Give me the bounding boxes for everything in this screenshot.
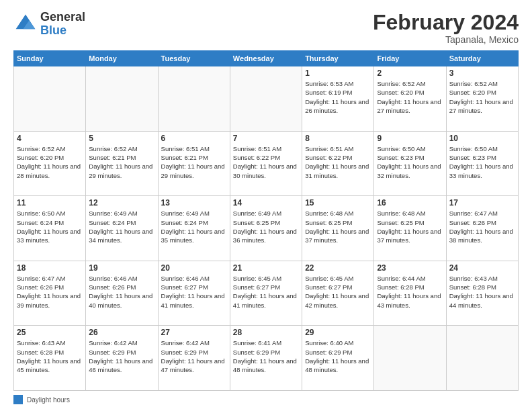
calendar-cell: 20Sunrise: 6:46 AM Sunset: 6:27 PM Dayli… [158, 261, 230, 326]
day-info: Sunrise: 6:45 AM Sunset: 6:27 PM Dayligh… [305, 274, 371, 310]
logo-blue: Blue [40, 24, 85, 38]
day-info: Sunrise: 6:49 AM Sunset: 6:24 PM Dayligh… [89, 209, 154, 244]
header: General Blue February 2024 Tapanala, Mex… [13, 11, 519, 45]
day-number: 14 [233, 198, 299, 208]
logo-general: General [40, 11, 85, 24]
calendar-cell: 1Sunrise: 6:53 AM Sunset: 6:19 PM Daylig… [302, 66, 374, 132]
calendar-cell: 25Sunrise: 6:43 AM Sunset: 6:28 PM Dayli… [14, 326, 86, 391]
day-number: 8 [305, 134, 371, 143]
day-number: 15 [305, 198, 371, 208]
day-number: 2 [377, 68, 443, 78]
day-number: 17 [449, 198, 515, 208]
day-info: Sunrise: 6:52 AM Sunset: 6:20 PM Dayligh… [377, 79, 443, 115]
calendar-cell: 16Sunrise: 6:48 AM Sunset: 6:25 PM Dayli… [374, 196, 446, 261]
day-info: Sunrise: 6:48 AM Sunset: 6:25 PM Dayligh… [305, 209, 371, 244]
calendar-cell: 5Sunrise: 6:52 AM Sunset: 6:21 PM Daylig… [86, 131, 158, 196]
legend-box [13, 395, 23, 404]
footer: Daylight hours [13, 395, 519, 404]
day-number: 3 [449, 68, 515, 78]
day-number: 28 [233, 328, 299, 337]
calendar-table: SundayMondayTuesdayWednesdayThursdayFrid… [13, 50, 519, 391]
day-info: Sunrise: 6:51 AM Sunset: 6:22 PM Dayligh… [233, 144, 299, 180]
calendar-cell: 15Sunrise: 6:48 AM Sunset: 6:25 PM Dayli… [302, 196, 374, 261]
calendar-cell: 22Sunrise: 6:45 AM Sunset: 6:27 PM Dayli… [302, 261, 374, 326]
calendar-header-sunday: Sunday [14, 51, 86, 66]
calendar-cell: 12Sunrise: 6:49 AM Sunset: 6:24 PM Dayli… [86, 196, 158, 261]
day-number: 12 [89, 198, 154, 208]
calendar-header-row: SundayMondayTuesdayWednesdayThursdayFrid… [14, 51, 519, 66]
day-number: 22 [305, 263, 371, 273]
day-number: 26 [89, 328, 154, 337]
legend-label: Daylight hours [27, 396, 70, 404]
day-number: 24 [449, 263, 515, 273]
calendar-week-3: 18Sunrise: 6:47 AM Sunset: 6:26 PM Dayli… [14, 261, 519, 326]
day-info: Sunrise: 6:41 AM Sunset: 6:29 PM Dayligh… [233, 338, 299, 374]
calendar-cell: 4Sunrise: 6:52 AM Sunset: 6:20 PM Daylig… [14, 131, 86, 196]
calendar-cell: 24Sunrise: 6:43 AM Sunset: 6:28 PM Dayli… [446, 261, 518, 326]
calendar-cell [86, 66, 158, 132]
day-number: 13 [161, 198, 227, 208]
day-info: Sunrise: 6:53 AM Sunset: 6:19 PM Dayligh… [305, 79, 371, 115]
calendar-cell: 11Sunrise: 6:50 AM Sunset: 6:24 PM Dayli… [14, 196, 86, 261]
day-info: Sunrise: 6:49 AM Sunset: 6:24 PM Dayligh… [161, 209, 227, 244]
calendar-cell: 14Sunrise: 6:49 AM Sunset: 6:25 PM Dayli… [230, 196, 302, 261]
calendar-cell: 8Sunrise: 6:51 AM Sunset: 6:22 PM Daylig… [302, 131, 374, 196]
calendar-cell: 21Sunrise: 6:45 AM Sunset: 6:27 PM Dayli… [230, 261, 302, 326]
calendar-week-1: 4Sunrise: 6:52 AM Sunset: 6:20 PM Daylig… [14, 131, 519, 196]
day-number: 11 [17, 198, 83, 208]
calendar-cell: 18Sunrise: 6:47 AM Sunset: 6:26 PM Dayli… [14, 261, 86, 326]
calendar-cell: 7Sunrise: 6:51 AM Sunset: 6:22 PM Daylig… [230, 131, 302, 196]
calendar-header-wednesday: Wednesday [230, 51, 302, 66]
day-number: 27 [161, 328, 227, 337]
logo-text: General Blue [40, 11, 85, 38]
calendar-cell [230, 66, 302, 132]
day-number: 1 [305, 68, 371, 78]
calendar-cell: 2Sunrise: 6:52 AM Sunset: 6:20 PM Daylig… [374, 66, 446, 132]
calendar-cell: 17Sunrise: 6:47 AM Sunset: 6:26 PM Dayli… [446, 196, 518, 261]
day-number: 5 [89, 134, 154, 143]
day-info: Sunrise: 6:52 AM Sunset: 6:20 PM Dayligh… [449, 79, 515, 115]
calendar-header-friday: Friday [374, 51, 446, 66]
day-number: 9 [377, 134, 443, 143]
day-info: Sunrise: 6:42 AM Sunset: 6:29 PM Dayligh… [161, 338, 227, 374]
calendar-cell: 13Sunrise: 6:49 AM Sunset: 6:24 PM Dayli… [158, 196, 230, 261]
day-info: Sunrise: 6:46 AM Sunset: 6:26 PM Dayligh… [89, 274, 154, 310]
day-info: Sunrise: 6:47 AM Sunset: 6:26 PM Dayligh… [449, 209, 515, 244]
day-info: Sunrise: 6:43 AM Sunset: 6:28 PM Dayligh… [17, 338, 83, 374]
day-info: Sunrise: 6:49 AM Sunset: 6:25 PM Dayligh… [233, 209, 299, 244]
day-info: Sunrise: 6:46 AM Sunset: 6:27 PM Dayligh… [161, 274, 227, 310]
calendar-cell [374, 326, 446, 391]
day-number: 20 [161, 263, 227, 273]
month-title: February 2024 [373, 11, 519, 34]
calendar-week-2: 11Sunrise: 6:50 AM Sunset: 6:24 PM Dayli… [14, 196, 519, 261]
calendar-cell: 10Sunrise: 6:50 AM Sunset: 6:23 PM Dayli… [446, 131, 518, 196]
calendar-header-monday: Monday [86, 51, 158, 66]
calendar-cell: 6Sunrise: 6:51 AM Sunset: 6:21 PM Daylig… [158, 131, 230, 196]
calendar-header-thursday: Thursday [302, 51, 374, 66]
day-info: Sunrise: 6:43 AM Sunset: 6:28 PM Dayligh… [449, 274, 515, 310]
day-info: Sunrise: 6:45 AM Sunset: 6:27 PM Dayligh… [233, 274, 299, 310]
day-info: Sunrise: 6:52 AM Sunset: 6:20 PM Dayligh… [17, 144, 83, 180]
calendar-week-4: 25Sunrise: 6:43 AM Sunset: 6:28 PM Dayli… [14, 326, 519, 391]
logo-icon [13, 12, 38, 36]
title-block: February 2024 Tapanala, Mexico [373, 11, 519, 45]
day-info: Sunrise: 6:48 AM Sunset: 6:25 PM Dayligh… [377, 209, 443, 244]
day-number: 10 [449, 134, 515, 143]
day-number: 23 [377, 263, 443, 273]
day-info: Sunrise: 6:51 AM Sunset: 6:21 PM Dayligh… [161, 144, 227, 180]
calendar-cell: 3Sunrise: 6:52 AM Sunset: 6:20 PM Daylig… [446, 66, 518, 132]
calendar-cell: 28Sunrise: 6:41 AM Sunset: 6:29 PM Dayli… [230, 326, 302, 391]
day-number: 6 [161, 134, 227, 143]
calendar-header-tuesday: Tuesday [158, 51, 230, 66]
calendar-week-0: 1Sunrise: 6:53 AM Sunset: 6:19 PM Daylig… [14, 66, 519, 132]
calendar-cell: 27Sunrise: 6:42 AM Sunset: 6:29 PM Dayli… [158, 326, 230, 391]
calendar-header-saturday: Saturday [446, 51, 518, 66]
day-info: Sunrise: 6:44 AM Sunset: 6:28 PM Dayligh… [377, 274, 443, 310]
logo: General Blue [13, 11, 85, 38]
day-info: Sunrise: 6:47 AM Sunset: 6:26 PM Dayligh… [17, 274, 83, 310]
day-number: 18 [17, 263, 83, 273]
day-number: 7 [233, 134, 299, 143]
day-info: Sunrise: 6:50 AM Sunset: 6:24 PM Dayligh… [17, 209, 83, 244]
day-number: 16 [377, 198, 443, 208]
day-number: 21 [233, 263, 299, 273]
